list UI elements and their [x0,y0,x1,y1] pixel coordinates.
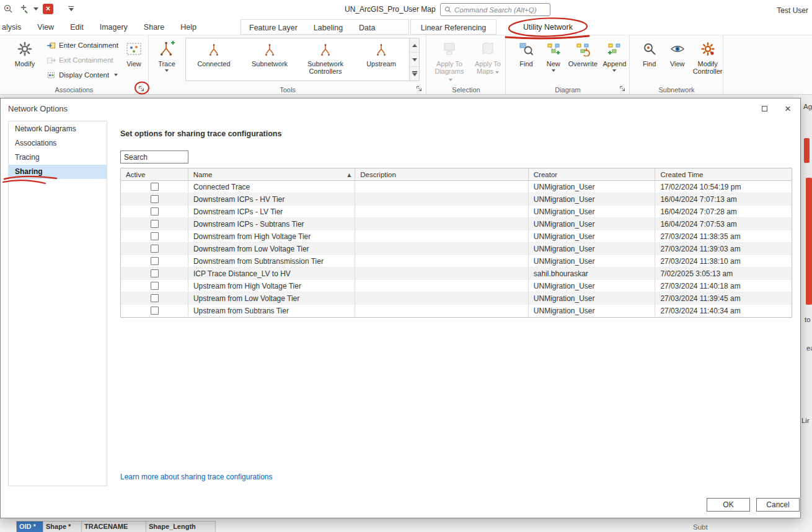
ribbon-tab-alysis[interactable]: alysis [0,19,29,35]
trace-name-cell: Downstream from Subtransmission Tier [188,255,355,267]
red-highlight-bar [806,178,812,305]
bg-column-header-shape[interactable]: Shape * [43,521,82,532]
dialog-nav-associations[interactable]: Associations [9,136,107,150]
row-checkbox[interactable] [151,269,159,277]
gallery-item-subnetwork[interactable]: Subnetwork [242,38,298,81]
apply-to-maps-button[interactable]: Apply To Maps [470,38,505,81]
signed-in-user: Test User [777,6,808,15]
map-explore-icon[interactable] [2,3,14,14]
row-checkbox[interactable] [151,294,159,302]
gallery-item-subnetwork-controllers[interactable]: Subnetwork Controllers [298,38,353,81]
dialog-title: Network Options [8,104,68,113]
row-checkbox[interactable] [151,195,159,203]
customize-toolbar-icon[interactable] [68,6,74,12]
view-associations-button[interactable]: View [120,38,148,81]
ribbon-tab-utility-network[interactable]: Utility Network [510,19,586,35]
close-button[interactable]: × [778,100,798,117]
trace-name-cell: Downstream from High Voltage Tier [188,230,355,242]
cut-off-text-fragment: ea [806,344,812,352]
command-search-input[interactable] [454,6,546,14]
ribbon-tab-edit[interactable]: Edit [62,19,92,35]
table-row: Downstream ICPs - Subtrans TierUNMigrati… [121,218,792,230]
dialog-nav-sharing[interactable]: Sharing [9,165,107,179]
associations-dialog-launcher[interactable] [138,85,146,93]
ribbon-tab-feature-layer[interactable]: Feature Layer [241,20,306,35]
apply-to-diagrams-button[interactable]: Apply To Diagrams [432,38,467,82]
trace-gallery: ConnectedSubnetworkSubnetwork Controller… [185,38,410,81]
enter-containment-button[interactable]: Enter Containment [43,38,118,53]
main-tabs: alysisViewEditImageryShareHelp [0,19,205,35]
chevron-down-icon[interactable] [33,7,38,11]
ribbon-tab-labeling[interactable]: Labeling [306,20,351,35]
description-cell [355,230,528,242]
ribbon-tab-help[interactable]: Help [172,19,205,35]
column-header-description[interactable]: Description [355,168,528,181]
creator-cell: UNMigration_User [529,181,656,193]
ribbon-tab-data[interactable]: Data [351,20,383,35]
row-checkbox[interactable] [151,307,159,315]
row-checkbox[interactable] [151,245,159,253]
trace-button[interactable]: Trace [153,38,180,81]
row-checkbox[interactable] [151,257,159,265]
column-header-creator[interactable]: Creator [529,168,656,181]
modify-label: Modify [15,60,35,68]
command-search[interactable] [440,3,550,16]
append-diagram-button[interactable]: Append [600,38,629,81]
delete-x-icon[interactable]: × [43,4,53,14]
cancel-button[interactable]: Cancel [756,498,800,512]
creator-cell: UNMigration_User [529,193,656,205]
table-row: Downstream ICPs - LV TierUNMigration_Use… [121,206,792,218]
learn-more-link[interactable]: Learn more about sharing trace configura… [120,473,272,481]
row-checkbox[interactable] [151,183,159,191]
gallery-item-upstream[interactable]: Upstream [353,38,409,81]
add-edit-icon[interactable] [18,3,29,14]
gallery-expand-button[interactable] [410,67,419,81]
active-cell [121,193,188,205]
exit-containment-button[interactable]: Exit Containment [43,53,118,68]
dialog-heading: Set options for sharing trace configurat… [120,129,281,138]
row-checkbox[interactable] [151,207,159,216]
bg-column-header-tracename[interactable]: TRACENAME [82,521,146,532]
gallery-scroll-up-button[interactable] [410,38,419,53]
active-cell [121,230,188,242]
new-diagram-button[interactable]: New [541,38,566,81]
modify-associations-button[interactable]: Modify [11,38,38,81]
ok-button[interactable]: OK [707,498,750,512]
maximize-button[interactable] [754,100,774,117]
column-header-name[interactable]: Name▲ [188,168,356,181]
view-subnetwork-button[interactable]: View [664,38,690,81]
eye-icon [668,39,687,59]
table-row: Connected TraceUNMigration_User17/02/202… [121,181,792,193]
ribbon-tab-imagery[interactable]: Imagery [92,19,136,35]
dialog-nav-network-diagrams[interactable]: Network Diagrams [9,122,107,136]
diagram-dialog-launcher[interactable] [619,85,627,93]
ribbon-tab-linear-referencing[interactable]: Linear Referencing [413,20,495,35]
modify-controller-button[interactable]: Modify Controller [692,38,723,81]
tools-dialog-launcher[interactable] [415,85,423,93]
search-icon [444,6,451,13]
bg-column-header-oid[interactable]: OID * [16,521,43,532]
created-time-cell: 27/03/2024 11:40:18 am [655,280,792,292]
row-checkbox[interactable] [151,232,159,240]
dialog-nav-tracing[interactable]: Tracing [9,150,107,165]
ribbon-tab-share[interactable]: Share [136,19,172,35]
trace-glyph-icon [207,42,221,58]
overwrite-diagram-button[interactable]: Overwrite [568,38,598,81]
find-subnetwork-button[interactable]: Find [637,38,662,81]
group-label-diagram: Diagram [506,86,629,94]
column-header-active[interactable]: Active [121,168,188,181]
arcgis-pro-window: × UN_ArcGIS_Pro_User Map Test User alysi… [0,0,812,532]
row-checkbox[interactable] [151,220,159,228]
gallery-item-connected[interactable]: Connected [186,38,242,81]
column-header-created-time[interactable]: Created Time [655,168,792,181]
gear-icon [15,39,34,59]
quick-access-toolbar: × UN_ArcGIS_Pro_User Map Test User [0,0,812,19]
find-diagrams-button[interactable]: Find [514,38,539,81]
gallery-scroll-down-button[interactable] [410,53,419,67]
ribbon-tab-view[interactable]: View [29,19,62,35]
trace-config-search-input[interactable] [120,150,188,164]
bg-column-header-shape-length[interactable]: Shape_Length [146,521,216,532]
row-checkbox[interactable] [151,282,159,290]
network-options-dialog: Network Options × Network DiagramsAssoci… [0,98,801,518]
display-content-button[interactable]: Display Content [43,68,118,82]
